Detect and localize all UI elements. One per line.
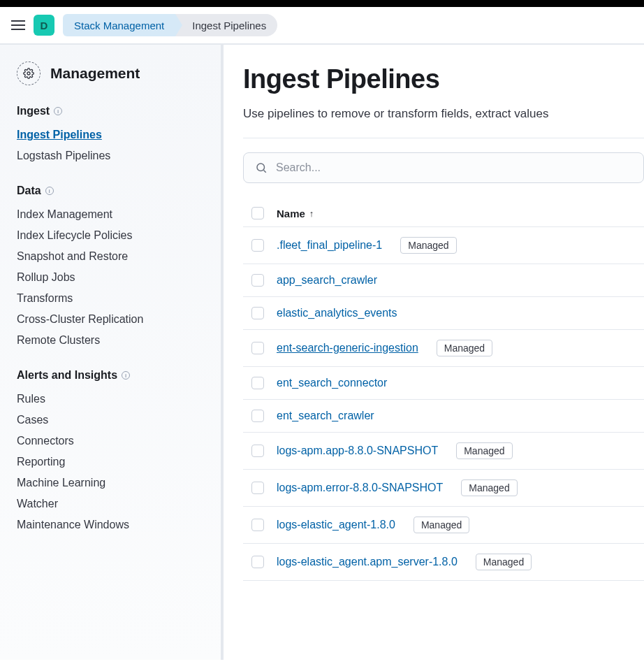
pipeline-link[interactable]: logs-apm.app-8.8.0-SNAPSHOT (277, 445, 438, 457)
sidebar-item[interactable]: Connectors (17, 431, 207, 452)
pipeline-link[interactable]: logs-elastic_agent-1.8.0 (277, 519, 395, 531)
search-box[interactable] (243, 152, 644, 183)
divider (243, 138, 644, 138)
pipeline-link[interactable]: ent_search_connector (277, 377, 387, 389)
nav-section: DataiIndex ManagementIndex Lifecycle Pol… (17, 185, 207, 351)
svg-point-1 (257, 164, 265, 171)
info-icon: i (54, 107, 62, 115)
table-row: .fleet_final_pipeline-1Managed (243, 226, 644, 264)
row-checkbox[interactable] (251, 239, 264, 252)
sidebar-item[interactable]: Rules (17, 389, 207, 410)
table-header: Name ↑ (243, 200, 644, 226)
row-checkbox[interactable] (251, 307, 264, 319)
header: D Stack Management Ingest Pipelines (0, 7, 644, 45)
page-description: Use pipelines to remove or transform fie… (243, 107, 644, 121)
table-row: logs-apm.error-8.8.0-SNAPSHOTManaged (243, 469, 644, 506)
table-row: app_search_crawler (243, 264, 644, 296)
row-checkbox[interactable] (251, 482, 264, 494)
sidebar-item[interactable]: Rollup Jobs (17, 267, 207, 288)
nav-section-heading: Datai (17, 185, 207, 197)
pipeline-link[interactable]: logs-apm.error-8.8.0-SNAPSHOT (277, 482, 443, 494)
pipeline-link[interactable]: app_search_crawler (277, 274, 377, 287)
pipeline-link[interactable]: elastic_analytics_events (277, 307, 397, 319)
app-logo[interactable]: D (34, 15, 54, 36)
page-title: Ingest Pipelines (243, 64, 644, 94)
sidebar-item[interactable]: Logstash Pipelines (17, 145, 207, 166)
managed-badge: Managed (400, 237, 456, 254)
pipeline-link[interactable]: ent_search_crawler (277, 410, 374, 422)
svg-line-2 (263, 170, 265, 172)
logo-letter: D (41, 20, 48, 31)
sort-asc-icon: ↑ (309, 208, 314, 219)
sidebar-title: Management (50, 65, 140, 82)
gear-icon (17, 62, 41, 85)
row-checkbox[interactable] (251, 556, 264, 568)
row-checkbox[interactable] (251, 274, 264, 287)
sidebar-item[interactable]: Cross-Cluster Replication (17, 309, 207, 330)
sidebar-item[interactable]: Transforms (17, 288, 207, 309)
row-checkbox[interactable] (251, 410, 264, 422)
table-row: ent-search-generic-ingestionManaged (243, 329, 644, 366)
table-row: ent_search_crawler (243, 399, 644, 432)
row-checkbox[interactable] (251, 445, 264, 457)
select-all-checkbox[interactable] (251, 207, 264, 219)
sidebar-header: Management (17, 62, 207, 85)
search-icon (255, 161, 268, 174)
sidebar-item[interactable]: Cases (17, 410, 207, 431)
table-row: logs-apm.app-8.8.0-SNAPSHOTManaged (243, 432, 644, 469)
row-checkbox[interactable] (251, 519, 264, 531)
table-row: logs-elastic_agent-1.8.0Managed (243, 506, 644, 543)
sidebar-item[interactable]: Index Lifecycle Policies (17, 225, 207, 246)
layout: Management IngestiIngest PipelinesLogsta… (0, 45, 644, 660)
managed-badge: Managed (437, 340, 492, 356)
svg-point-0 (27, 72, 30, 75)
sidebar-item[interactable]: Remote Clusters (17, 330, 207, 351)
main-content: Ingest Pipelines Use pipelines to remove… (224, 45, 644, 660)
sidebar-item[interactable]: Index Management (17, 204, 207, 225)
managed-badge: Managed (456, 442, 512, 459)
breadcrumb-ingest-pipelines[interactable]: Ingest Pipelines (175, 14, 277, 36)
top-bar (0, 0, 644, 7)
nav-section-heading: Ingesti (17, 105, 207, 117)
nav-section: IngestiIngest PipelinesLogstash Pipeline… (17, 105, 207, 166)
breadcrumb: Stack Management Ingest Pipelines (63, 14, 277, 36)
nav-section: Alerts and InsightsiRulesCasesConnectors… (17, 369, 207, 535)
sidebar-item[interactable]: Snapshot and Restore (17, 246, 207, 267)
info-icon: i (122, 371, 130, 380)
hamburger-menu-icon[interactable] (11, 20, 25, 30)
sidebar-item[interactable]: Ingest Pipelines (17, 124, 207, 145)
table-row: elastic_analytics_events (243, 296, 644, 329)
sidebar-item[interactable]: Reporting (17, 452, 207, 472)
sidebar-item[interactable]: Watcher (17, 493, 207, 514)
pipeline-link[interactable]: ent-search-generic-ingestion (277, 342, 418, 354)
nav-section-heading: Alerts and Insightsi (17, 369, 207, 382)
row-checkbox[interactable] (251, 342, 264, 354)
managed-badge: Managed (461, 479, 517, 496)
managed-badge: Managed (476, 554, 532, 570)
sidebar-item[interactable]: Maintenance Windows (17, 514, 207, 535)
sidebar: Management IngestiIngest PipelinesLogsta… (0, 45, 224, 660)
table-row: ent_search_connector (243, 366, 644, 399)
info-icon: i (45, 187, 54, 195)
pipeline-link[interactable]: logs-elastic_agent.apm_server-1.8.0 (277, 556, 458, 568)
table-row: logs-elastic_agent.apm_server-1.8.0Manag… (243, 543, 644, 581)
search-input[interactable] (276, 161, 632, 174)
row-checkbox[interactable] (251, 377, 264, 389)
column-name-header[interactable]: Name ↑ (277, 208, 314, 219)
sidebar-item[interactable]: Machine Learning (17, 472, 207, 493)
managed-badge: Managed (414, 517, 469, 533)
pipeline-link[interactable]: .fleet_final_pipeline-1 (277, 239, 382, 252)
breadcrumb-stack-management[interactable]: Stack Management (63, 14, 175, 36)
